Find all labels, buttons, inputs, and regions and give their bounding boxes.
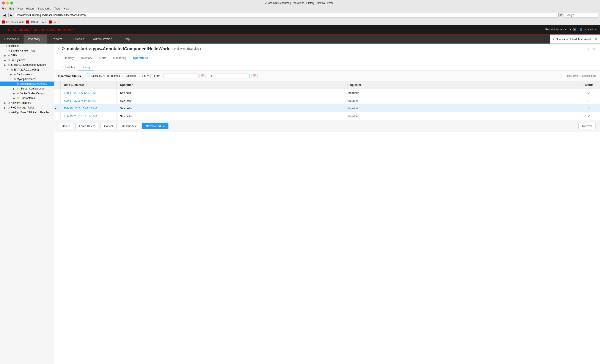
tree-item-filesystems[interactable]: ▶ ⊞ File Systems — [0, 58, 54, 63]
cell-date[interactable]: Feb 17, 2015 6:12:37 PM — [60, 89, 116, 97]
toggle-subsystems[interactable]: ▶ — [13, 97, 16, 99]
nav-inventory[interactable]: Inventory ▾ — [24, 35, 47, 44]
breadcrumb-actions: ✓ ☆ — [587, 46, 596, 51]
minimize-window-button[interactable] — [6, 1, 9, 5]
status-success-icon: ✓ — [588, 107, 591, 110]
table-row[interactable]: Feb 17, 2015 6:12:37 PMSay hello!rhqadmi… — [54, 89, 600, 97]
favorites-link[interactable]: ★ 3 — [569, 28, 576, 31]
from-date-group: From : 📅 — [154, 74, 206, 78]
status-filter-dropdown[interactable]: ✓ Success, ✎ In Progress, ⚠ Canceled, ⊘ … — [86, 74, 151, 78]
row-arrow-icon: ▶ — [55, 107, 56, 110]
tree-item-jbossas7[interactable]: ▶ ≋ JBossAS7 Standalone Servers — [0, 63, 54, 67]
date-link[interactable]: Feb 17, 2015 6:14:59 PM — [64, 99, 96, 102]
toggle-deployments[interactable]: ▶ — [10, 73, 13, 76]
favorite-star-icon[interactable]: ☆ — [592, 46, 596, 51]
server-icon: 🖥 — [5, 45, 8, 47]
from-calendar-button[interactable]: 📅 — [199, 74, 206, 78]
nav-dashboard[interactable]: Dashboard — [0, 35, 24, 44]
to-calendar-button[interactable]: 📅 — [251, 74, 258, 78]
cell-date[interactable]: Feb 19, 2015 10:08:16 AM — [60, 105, 116, 112]
search-input[interactable] — [564, 13, 598, 18]
date-link[interactable]: Feb 17, 2015 6:12:37 PM — [64, 91, 96, 94]
address-bar[interactable] — [15, 13, 559, 18]
toggle-cpus[interactable]: ▶ — [4, 54, 7, 57]
tree-item-rhq-storage[interactable]: ▶ ⊞ RHQ Storage Nodes — [0, 105, 54, 110]
refresh-button[interactable]: Refresh — [578, 123, 596, 129]
red-hat-access-link[interactable]: Red Hat Access ▾ — [545, 28, 566, 31]
date-link[interactable]: Feb 19, 2015 10:08:16 AM — [64, 107, 97, 110]
bookmark-eap[interactable]: EAP 6 — [49, 20, 59, 24]
nav-reports[interactable]: Reports ▾ — [47, 35, 69, 44]
menu-edit[interactable]: Edit — [9, 7, 14, 10]
tree-item-myapp[interactable]: ▾ ⚙ Myapp Services — [0, 77, 54, 82]
toggle-socket-binding[interactable]: ▶ — [13, 92, 16, 95]
menu-file[interactable]: File — [2, 7, 6, 10]
nav-administration[interactable]: Administration ▾ — [89, 35, 119, 44]
col-requestor[interactable]: Requestor — [344, 81, 578, 89]
nav-bundles[interactable]: Bundles — [69, 35, 89, 44]
tab-operations[interactable]: Operations — [130, 54, 151, 62]
force-delete-button[interactable]: Force Delete — [75, 123, 99, 129]
browser-window-controls[interactable] — [2, 1, 13, 5]
tab-inventory[interactable]: Inventory — [77, 54, 95, 62]
menu-help[interactable]: Help — [64, 7, 69, 10]
menu-bookmarks[interactable]: Bookmarks — [38, 7, 51, 10]
tab-summary[interactable]: Summary — [58, 54, 77, 62]
menu-view[interactable]: View — [17, 7, 23, 10]
toggle-myapp[interactable]: ▾ — [10, 78, 13, 80]
toggle-eap[interactable]: ▾ — [7, 69, 10, 71]
user-menu-link[interactable]: 👤 rhqadmin ▾ — [580, 28, 597, 31]
tree-item-wildfly[interactable]: ⚙ Wildfly/JBoss EAP Patch Handler — [0, 110, 54, 115]
tree-item-cpus[interactable]: ▶ ⊞ CPUs — [0, 53, 54, 58]
maximize-window-button[interactable] — [10, 1, 13, 5]
browser-refresh-button[interactable]: ↺ — [560, 13, 562, 17]
table-row[interactable]: Feb 17, 2015 6:14:59 PMSay hello!rhqadmi… — [54, 97, 600, 105]
status-success-icon: ✓ — [588, 99, 591, 103]
toggle-jbossas7[interactable]: ▶ — [4, 64, 7, 66]
tree-item-subsystems[interactable]: ▶ 📁 Subsystems — [0, 96, 54, 101]
sub-tab-schedules[interactable]: Schedules — [58, 64, 78, 71]
reschedule-button[interactable]: Reschedule — [118, 123, 141, 129]
tree-item-eap[interactable]: ▾ 🖥 EAP (127.0.0.1:9990) — [0, 67, 54, 72]
toggle-server-config[interactable]: ▶ — [13, 88, 16, 90]
cell-date[interactable]: Feb 17, 2015 6:14:59 PM — [60, 97, 116, 105]
toggle-localhost[interactable]: ▾ — [2, 45, 4, 47]
toast-close-button[interactable]: ✕ — [595, 37, 597, 41]
to-date-input[interactable] — [215, 74, 250, 78]
cancel-button[interactable]: Cancel — [101, 123, 116, 129]
tree-item-bundle-handler[interactable]: ⚙ Bundle Handler - Ant — [0, 48, 54, 53]
delete-button[interactable]: Delete — [58, 123, 74, 129]
tree-item-quickstarts[interactable]: ⚙ quickstarts:type=Annot... — [0, 82, 54, 86]
nav-help[interactable]: Help — [119, 35, 134, 44]
toggle-filesystems[interactable]: ▶ — [4, 59, 7, 61]
availability-success-icon[interactable]: ✓ — [587, 46, 591, 51]
menu-history[interactable]: History — [26, 7, 34, 10]
new-schedule-button[interactable]: New Schedule — [142, 123, 169, 129]
close-window-button[interactable] — [2, 1, 5, 5]
from-date-input[interactable] — [163, 74, 198, 78]
tree-item-server-config[interactable]: ▶ 📁 Server Configuration — [0, 86, 54, 91]
col-date-submitted[interactable]: Date Submitted — [60, 81, 116, 89]
date-link[interactable]: Feb 19, 2015 10:13:38 AM — [64, 114, 97, 118]
tree-item-network-adapters[interactable]: ▶ ⊞ Network Adapters — [0, 101, 54, 105]
table-row[interactable]: Feb 19, 2015 10:13:38 AMSay hello!rhqadm… — [54, 112, 600, 120]
table-row[interactable]: ▶Feb 19, 2015 10:08:16 AMSay hello!rhqad… — [54, 105, 600, 112]
col-operation[interactable]: Operation — [116, 81, 344, 89]
tree-item-deployments[interactable]: ▶ ⊞ Deployments — [0, 72, 54, 77]
tree-item-socket-binding[interactable]: ▶ ⊞ SocketBindingGroups — [0, 91, 54, 96]
tree-item-localhost[interactable]: ▾ 🖥 localhost — [0, 44, 54, 48]
back-button[interactable]: ◀ — [2, 13, 7, 18]
sub-tab-history[interactable]: History — [78, 64, 94, 71]
tab-monitoring[interactable]: Monitoring — [110, 54, 130, 62]
menu-tools[interactable]: Tools — [54, 7, 60, 10]
col-status[interactable]: Status — [578, 81, 600, 89]
tab-alerts[interactable]: Alerts — [95, 54, 110, 62]
toggle-network[interactable]: ▶ — [4, 102, 7, 104]
top-nav-bar: RED HAT JBOSS® OPERATIONS NETWORK Red Ha… — [0, 25, 600, 35]
toggle-rhq[interactable]: ▶ — [4, 107, 7, 109]
bookmark-jon-rest[interactable]: JON REST API — [26, 20, 46, 24]
bookmark-jon-server[interactable]: JON Server V3.3 — [2, 20, 24, 24]
status-success-icon: ✓ — [588, 114, 591, 118]
cell-date[interactable]: Feb 19, 2015 10:13:38 AM — [60, 112, 116, 120]
forward-button[interactable]: ▶ — [9, 13, 14, 18]
